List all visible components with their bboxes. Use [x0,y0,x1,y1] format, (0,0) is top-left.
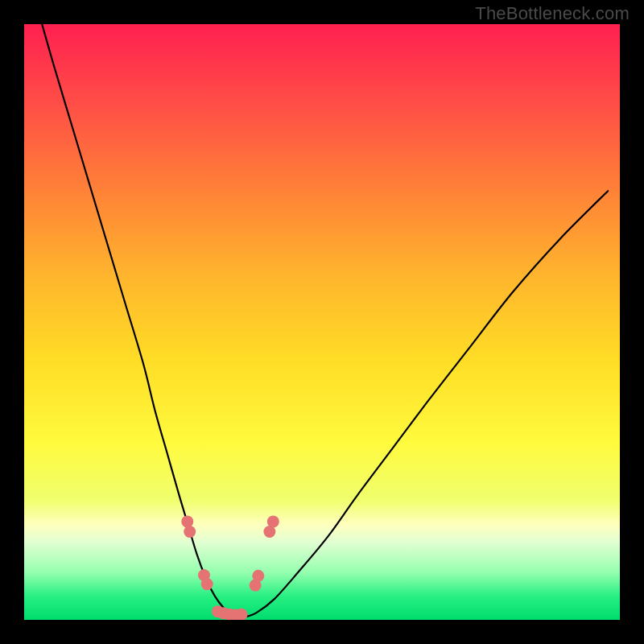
highlight-dot [267,515,279,527]
bottleneck-curve-line [42,24,608,617]
highlight-dot [181,515,193,527]
highlight-dots-group [181,515,279,620]
highlight-dot [201,578,213,590]
chart-svg [24,24,620,620]
watermark-text: TheBottleneck.com [475,3,630,24]
plot-area [24,24,620,620]
highlight-dot [252,570,264,582]
highlight-dot [184,526,196,538]
chart-frame: TheBottleneck.com [0,0,644,644]
